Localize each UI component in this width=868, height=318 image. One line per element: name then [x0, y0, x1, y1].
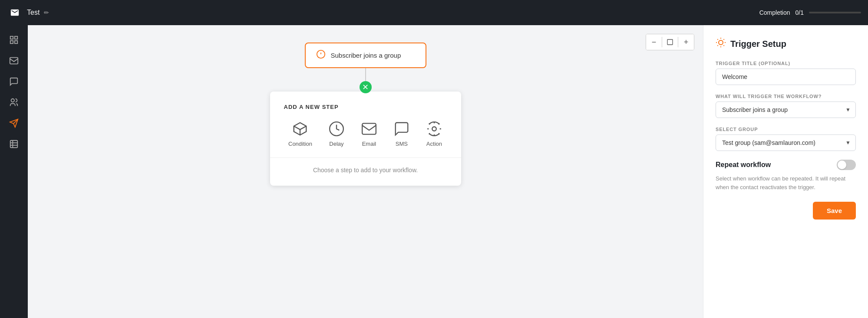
sidebar-item-dashboard[interactable]	[4, 30, 23, 49]
trigger-icon	[316, 49, 326, 61]
svg-rect-0	[10, 36, 13, 39]
completion-label: Completion	[759, 9, 790, 16]
workflow-trigger-label: WHAT WILL TRIGGER THE WORKFLOW?	[716, 94, 856, 99]
svg-point-20	[719, 40, 723, 45]
sidebar	[0, 25, 28, 318]
svg-rect-1	[15, 36, 17, 39]
sidebar-item-chat[interactable]	[4, 72, 23, 91]
svg-rect-8	[10, 141, 18, 148]
svg-rect-3	[15, 41, 17, 43]
step-card-divider	[270, 157, 461, 158]
svg-rect-2	[10, 41, 13, 43]
panel-title: Trigger Setup	[730, 39, 786, 49]
svg-rect-12	[667, 39, 673, 45]
step-option-delay-label: Delay	[329, 141, 343, 147]
step-option-delay[interactable]: Delay	[328, 121, 345, 147]
edit-title-icon[interactable]: ✏	[44, 9, 49, 16]
topbar: Test ✏ Completion 0/1	[0, 0, 868, 25]
workflow-trigger-select[interactable]: Subscriber joins a group Subscriber leav…	[716, 102, 856, 118]
step-option-action[interactable]: Action	[426, 121, 442, 147]
panel-title-row: Trigger Setup	[716, 37, 856, 50]
workflow-trigger-select-wrap: Subscriber joins a group Subscriber leav…	[716, 102, 856, 118]
sidebar-item-email[interactable]	[4, 51, 23, 70]
svg-point-19	[432, 127, 436, 131]
completion-value: 0/1	[795, 9, 804, 16]
svg-rect-18	[362, 123, 376, 134]
workflow-wrapper: Subscriber joins a group ✕ ADD A NEW STE…	[270, 43, 461, 186]
sidebar-item-contacts[interactable]	[4, 93, 23, 112]
step-option-action-label: Action	[426, 141, 442, 147]
fit-screen-button[interactable]	[662, 34, 678, 50]
trigger-title-input[interactable]	[716, 69, 856, 85]
repeat-toggle[interactable]	[837, 160, 856, 170]
step-option-sms[interactable]: SMS	[393, 121, 410, 147]
svg-line-24	[723, 45, 724, 46]
save-button[interactable]: Save	[813, 202, 856, 220]
add-step-circle[interactable]: ✕	[360, 81, 372, 93]
add-step-title: ADD A NEW STEP	[284, 104, 447, 110]
right-panel: Trigger Setup TRIGGER TITLE (OPTIONAL) W…	[703, 25, 868, 318]
step-options: Condition Delay Email	[284, 121, 447, 147]
step-option-email[interactable]: Email	[361, 121, 377, 147]
canvas-controls: − +	[646, 34, 694, 50]
svg-line-27	[717, 45, 718, 46]
svg-line-23	[717, 39, 718, 39]
step-option-sms-label: SMS	[396, 141, 408, 147]
add-step-card: ADD A NEW STEP Condition	[270, 92, 461, 186]
svg-point-5	[11, 99, 14, 102]
zoom-out-button[interactable]: −	[646, 34, 662, 50]
page-title: Test	[27, 9, 40, 16]
panel-title-icon	[716, 37, 726, 50]
repeat-row: Repeat workflow	[716, 160, 856, 170]
step-hint: Choose a step to add to your workflow.	[284, 167, 447, 174]
trigger-title-label: TRIGGER TITLE (OPTIONAL)	[716, 61, 856, 66]
trigger-node-label: Subscriber joins a group	[331, 52, 401, 59]
step-option-condition-label: Condition	[288, 141, 312, 147]
select-group-wrap: Test group (sam@samlauron.com) ▼	[716, 134, 856, 151]
svg-rect-4	[10, 58, 18, 64]
repeat-label: Repeat workflow	[716, 161, 771, 169]
select-group-select[interactable]: Test group (sam@samlauron.com)	[716, 134, 856, 151]
sidebar-item-automation[interactable]	[4, 114, 23, 133]
app-logo	[7, 5, 23, 20]
step-option-condition[interactable]: Condition	[288, 121, 312, 147]
main-canvas: − + Subscriber joins a group ✕	[28, 25, 703, 318]
step-option-email-label: Email	[362, 141, 376, 147]
connector-line-1	[365, 68, 366, 81]
repeat-desc: Select when workflow can be repeated. It…	[716, 174, 856, 191]
zoom-in-button[interactable]: +	[678, 34, 694, 50]
toggle-knob	[838, 161, 846, 169]
trigger-node[interactable]: Subscriber joins a group	[305, 43, 426, 68]
select-group-label: SELECT GROUP	[716, 127, 856, 132]
svg-line-28	[723, 39, 724, 39]
completion-bar	[809, 12, 861, 13]
sidebar-item-reports[interactable]	[4, 134, 23, 154]
